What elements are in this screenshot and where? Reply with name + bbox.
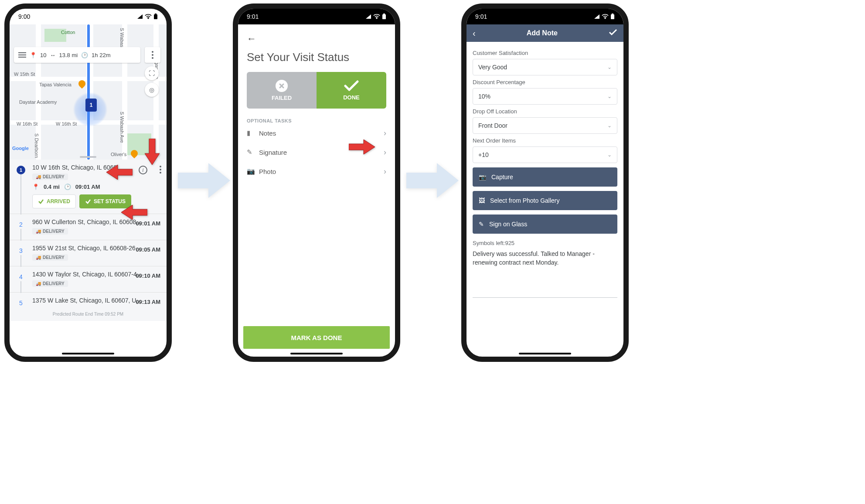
status-bar: 9:00 — [10, 9, 167, 24]
street-label: S Wabash Ave — [119, 112, 125, 143]
callout-arrow-left — [121, 205, 147, 220]
stop-item[interactable]: 3 1955 W 21st St, Chicago, IL 60608-26..… — [10, 240, 167, 266]
summary-stops: 10 — [40, 52, 46, 58]
field-label: Drop Off Location — [473, 108, 617, 115]
fullscreen-icon[interactable]: ⛶ — [145, 66, 159, 80]
home-indicator — [62, 353, 114, 354]
discount-select[interactable]: 10%⌄ — [473, 88, 617, 105]
svg-rect-0 — [154, 14, 157, 19]
stop-overflow-icon[interactable] — [160, 166, 161, 174]
chevron-down-icon: ⌄ — [607, 152, 612, 158]
camera-icon: 📷 — [247, 167, 259, 175]
phone-route-list: 9:00 1 Tapas Valencia Daystar Academy Ol… — [4, 3, 172, 362]
street-label: S Dearborn St — [34, 133, 39, 160]
svg-rect-5 — [612, 14, 613, 14]
capture-button[interactable]: 📷Capture — [473, 167, 617, 187]
stop-time: 09:05 AM — [136, 246, 160, 253]
delivery-tag: 🚚 DELIVERY — [32, 254, 68, 261]
status-failed-button[interactable]: FAILED — [247, 72, 317, 109]
status-icons — [365, 14, 386, 20]
phone-add-note: 9:01 ‹ Add Note Customer Satisfaction Ve… — [461, 3, 629, 362]
pin-icon: 📍 — [32, 184, 39, 190]
field-label: Next Order Items — [473, 137, 617, 144]
note-textarea[interactable]: Delivery was successful. Talked to Manag… — [473, 250, 617, 267]
callout-arrow-down — [145, 139, 160, 165]
text-underline — [473, 297, 617, 298]
status-time: 9:00 — [18, 13, 30, 20]
stop-item[interactable]: 4 1430 W Taylor St, Chicago, IL 60607-4.… — [10, 266, 167, 293]
check-icon — [344, 80, 359, 92]
gallery-icon: 🖼 — [479, 197, 485, 204]
chevron-down-icon: ⌄ — [607, 93, 612, 99]
back-icon[interactable]: ← — [247, 33, 386, 44]
chevron-right-icon: › — [384, 129, 386, 138]
header-title: Add Note — [476, 29, 609, 37]
status-bar: 9:01 — [467, 9, 623, 24]
svg-rect-3 — [383, 14, 385, 14]
stop-item[interactable]: 5 1375 W Lake St, Chicago, IL 60607, U..… — [10, 293, 167, 309]
svg-rect-4 — [611, 14, 614, 19]
home-indicator — [290, 353, 343, 354]
stop-time: 09:10 AM — [136, 272, 160, 279]
svg-rect-1 — [155, 14, 157, 14]
back-icon[interactable]: ‹ — [473, 28, 476, 38]
mark-done-button[interactable]: MARK AS DONE — [243, 326, 390, 349]
stop-number: 5 — [17, 299, 25, 307]
clock-icon: 🕑 — [81, 52, 88, 58]
arrived-button[interactable]: ARRIVED — [32, 194, 76, 208]
delivery-tag: 🚚 DELIVERY — [32, 280, 68, 287]
status-icons — [594, 14, 615, 20]
status-done-button[interactable]: DONE — [317, 72, 386, 109]
stop-distance: 0.4 mi — [44, 184, 60, 190]
sheet-handle[interactable] — [80, 156, 96, 158]
photo-row[interactable]: 📷 Photo › — [247, 162, 386, 181]
locate-me-icon[interactable]: ◎ — [145, 83, 159, 97]
sign-button[interactable]: ✎Sign on Glass — [473, 215, 617, 234]
chevron-right-icon: › — [384, 167, 386, 176]
flow-arrow — [178, 161, 230, 200]
poi-label: Cotton — [61, 30, 75, 35]
map-attribution: Google — [12, 146, 29, 151]
poi-label: Daystar Academy — [19, 99, 57, 105]
note-icon: ▮ — [247, 129, 259, 137]
status-time: 9:01 — [247, 13, 259, 20]
x-icon — [276, 80, 288, 92]
delivery-tag: 🚚 DELIVERY — [32, 174, 68, 180]
camera-icon: 📷 — [479, 174, 486, 180]
street-label: W 15th St — [14, 72, 35, 77]
summary-duration: 1h 22m — [92, 52, 110, 58]
info-icon[interactable]: i — [139, 166, 147, 174]
map-view[interactable]: 1 Tapas Valencia Daystar Academy Oliver'… — [10, 24, 167, 160]
chevron-down-icon: ⌄ — [607, 64, 612, 70]
status-toggle: FAILED DONE — [247, 72, 386, 109]
header-bar: ‹ Add Note — [467, 24, 623, 42]
stop-number: 1 — [17, 166, 25, 174]
summary-distance: 13.8 mi — [59, 52, 78, 58]
home-indicator — [519, 353, 571, 354]
stop-time: 09:13 AM — [136, 299, 160, 305]
phone-visit-status: 9:01 ← Set Your Visit Status FAILED DONE… — [233, 3, 400, 362]
section-label: OPTIONAL TASKS — [247, 118, 386, 123]
map-marker-1[interactable]: 1 — [85, 99, 97, 112]
route-footer: Predicted Route End Time 09:52 PM — [10, 309, 167, 321]
pin-icon: 📍 — [30, 52, 37, 58]
callout-arrow-right — [349, 140, 375, 154]
menu-icon[interactable] — [18, 52, 26, 58]
customer-satisfaction-select[interactable]: Very Good⌄ — [473, 59, 617, 75]
clock-icon: 🕑 — [64, 184, 71, 190]
dropoff-select[interactable]: Front Door⌄ — [473, 117, 617, 134]
chevron-right-icon: › — [384, 148, 386, 157]
confirm-icon[interactable] — [609, 29, 617, 37]
next-order-select[interactable]: +10⌄ — [473, 146, 617, 163]
swap-icon: ↔ — [50, 52, 55, 58]
route-summary-bar[interactable]: 📍 10 ↔ 13.8 mi 🕑 1h 22m — [14, 47, 140, 63]
stop-number: 2 — [17, 220, 25, 229]
map-overflow-button[interactable] — [145, 47, 160, 63]
stop-number: 3 — [17, 246, 25, 255]
gallery-button[interactable]: 🖼Select from Photo Gallery — [473, 191, 617, 210]
poi-label: Oliver's — [111, 152, 126, 157]
page-title: Set Your Visit Status — [247, 51, 386, 64]
street-label: W 16th St — [56, 121, 77, 126]
delivery-tag: 🚚 DELIVERY — [32, 228, 68, 235]
flow-arrow — [406, 161, 459, 200]
